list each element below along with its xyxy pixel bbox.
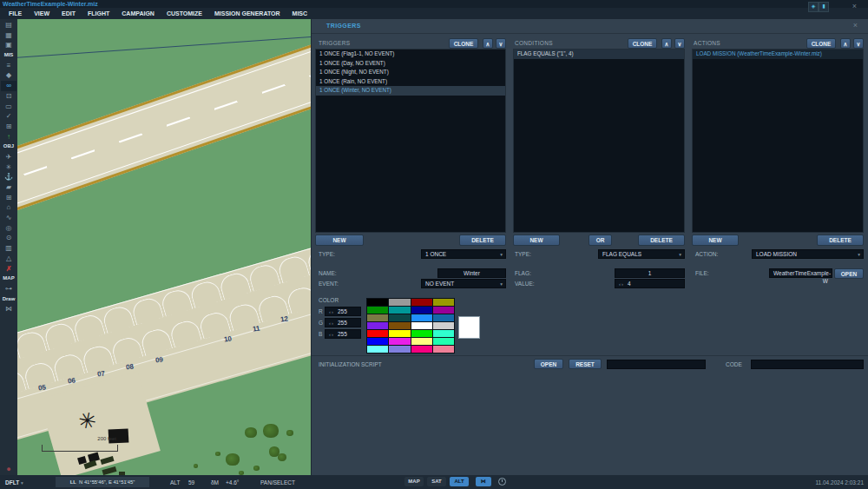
trigger-item[interactable]: 1 ONCE (Rain, NO EVENT) [316, 77, 505, 87]
palette-color[interactable] [433, 338, 454, 345]
menu-item[interactable]: CAMPAIGN [115, 10, 161, 17]
palette-color[interactable] [367, 299, 388, 306]
structure-icon[interactable]: ⌂ [1, 202, 16, 213]
condition-item[interactable]: FLAG EQUALS ("1", 4) [514, 50, 684, 59]
trigger-new-button[interactable]: NEW [315, 235, 364, 246]
action-item[interactable]: LOAD MISSION (WeatherTimeExample-Winter.… [693, 50, 863, 59]
palette-color[interactable] [389, 330, 410, 337]
palette-color[interactable] [433, 330, 454, 337]
mission-options-icon[interactable]: ◆ [1, 70, 16, 81]
new-mission-icon[interactable]: ▤ [1, 20, 16, 30]
file-input[interactable]: WeatherTimeExample-W [769, 268, 832, 278]
red-stepper[interactable]: ‹›255 [325, 307, 361, 316]
ruler-icon[interactable]: ⋈ [476, 477, 491, 486]
airplane-icon[interactable]: ✈ [1, 152, 16, 162]
templates-icon[interactable]: ▭ [1, 102, 16, 112]
alt-layer-button[interactable]: ALT [450, 477, 469, 486]
trigger-delete-button[interactable]: DELETE [459, 235, 506, 246]
event-dropdown[interactable]: NO EVENT▾ [421, 279, 506, 288]
trigger-item[interactable]: 1 ONCE (Night, NO EVENT) [316, 68, 505, 77]
palette-color[interactable] [433, 299, 454, 306]
palette-color[interactable] [367, 314, 388, 321]
profile-selector[interactable]: DFLT ▾ [5, 479, 23, 486]
palette-color[interactable] [433, 307, 454, 314]
panel-close-icon[interactable]: × [853, 21, 858, 30]
triggers-move-down-icon[interactable]: ∨ [496, 38, 506, 49]
triggers-clone-button[interactable]: CLONE [449, 38, 478, 49]
file-open-button[interactable]: OPEN [834, 268, 864, 279]
condition-delete-button[interactable]: DELETE [638, 235, 685, 246]
triggers-list[interactable]: 1 ONCE (Flag1-1, NO EVENT)1 ONCE (Day, N… [315, 49, 506, 233]
script-file-input[interactable] [607, 360, 706, 369]
target-icon[interactable]: ⊙ [1, 233, 16, 243]
action-new-button[interactable]: NEW [692, 235, 739, 246]
palette-color[interactable] [411, 330, 432, 337]
weather-icon[interactable]: ↑ [1, 132, 16, 142]
key-icon[interactable]: ⊶ [1, 284, 16, 294]
conditions-list[interactable]: FLAG EQUALS ("1", 4) [513, 49, 685, 233]
chain-icon[interactable]: ▥ [1, 243, 16, 254]
actions-list[interactable]: LOAD MISSION (WeatherTimeExample-Winter.… [692, 49, 864, 233]
conditions-clone-button[interactable]: CLONE [628, 38, 657, 49]
palette-color[interactable] [389, 322, 410, 329]
vehicle-icon[interactable]: ▰ [1, 182, 16, 193]
map-view[interactable]: ✳ 0506070809101112 200 feet [17, 19, 311, 475]
action-delete-button[interactable]: DELETE [817, 235, 864, 246]
blue-stepper[interactable]: ‹›255 [325, 329, 361, 339]
ship-icon[interactable]: ⚓ [1, 172, 16, 182]
conditions-move-down-icon[interactable]: ∨ [674, 38, 685, 49]
trigger-zones-icon[interactable]: ⊡ [1, 91, 16, 102]
script-code-input[interactable] [751, 360, 864, 369]
network-icon[interactable]: ◈ [808, 2, 819, 12]
palette-color[interactable] [411, 307, 432, 314]
flag-input[interactable]: 1 [615, 268, 685, 278]
palette-color[interactable] [433, 322, 454, 329]
trigger-item[interactable]: 1 ONCE (Winter, NO EVENT) [316, 86, 505, 96]
script-reset-button[interactable]: RESET [569, 359, 602, 369]
beacon-icon[interactable]: ▮ [819, 2, 829, 12]
palette-color[interactable] [411, 299, 432, 306]
save-mission-icon[interactable]: ▣ [1, 40, 16, 50]
record-icon[interactable]: ● [1, 465, 16, 475]
triggers-icon[interactable]: ∞ [1, 81, 16, 91]
palette-color[interactable] [367, 338, 388, 345]
helicopter-icon[interactable]: ✳ [1, 162, 16, 173]
palette-color[interactable] [389, 346, 410, 353]
flags-icon[interactable]: ⊞ [1, 122, 16, 132]
trigger-type-dropdown[interactable]: 1 ONCE▾ [421, 249, 506, 259]
condition-new-button[interactable]: NEW [513, 235, 560, 246]
palette-color[interactable] [389, 299, 410, 306]
menu-item[interactable]: FILE [3, 10, 28, 17]
palette-color[interactable] [411, 314, 432, 321]
palette-color[interactable] [433, 346, 454, 353]
palette-color[interactable] [367, 322, 388, 329]
menu-item[interactable]: CUSTOMIZE [161, 10, 208, 17]
conditions-move-up-icon[interactable]: ∧ [661, 38, 672, 49]
menu-item[interactable]: MISSION GENERATOR [208, 10, 286, 17]
briefing-icon[interactable]: ≡ [1, 61, 16, 71]
actions-move-up-icon[interactable]: ∧ [840, 38, 851, 49]
ruler-tool-icon[interactable]: ⋈ [1, 304, 16, 314]
palette-color[interactable] [389, 338, 410, 345]
condition-type-dropdown[interactable]: FLAG EQUALS▾ [598, 249, 685, 259]
window-close-icon[interactable]: × [852, 2, 857, 10]
clock-icon[interactable] [498, 478, 506, 486]
actions-move-down-icon[interactable]: ∨ [853, 38, 864, 49]
green-stepper[interactable]: ‹›255 [325, 318, 361, 327]
trigger-item[interactable]: 1 ONCE (Flag1-1, NO EVENT) [316, 50, 505, 59]
triggers-move-up-icon[interactable]: ∧ [483, 38, 493, 49]
open-mission-icon[interactable]: ▦ [1, 30, 16, 41]
linked-objects-icon[interactable]: ∿ [1, 213, 16, 223]
value-stepper[interactable]: ‹›4 [615, 279, 685, 288]
menu-item[interactable]: MISC [286, 10, 314, 17]
palette-color[interactable] [389, 307, 410, 314]
palette-color[interactable] [389, 314, 410, 321]
script-open-button[interactable]: OPEN [534, 359, 563, 369]
action-dropdown[interactable]: LOAD MISSION▾ [752, 249, 864, 259]
goals-icon[interactable]: ✓ [1, 111, 16, 122]
trigger-item[interactable]: 1 ONCE (Day, NO EVENT) [316, 59, 505, 69]
palette-color[interactable] [367, 307, 388, 314]
shapes-icon[interactable]: △ [1, 254, 16, 264]
palette-color[interactable] [411, 322, 432, 329]
actions-clone-button[interactable]: CLONE [806, 38, 836, 49]
